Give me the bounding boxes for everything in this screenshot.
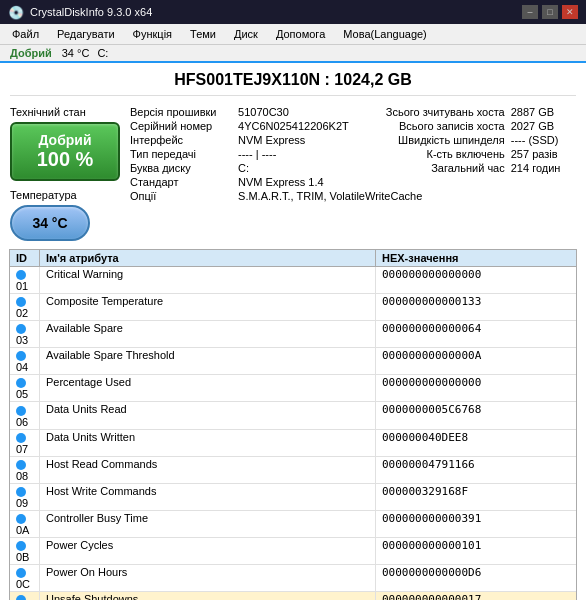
- table-header: ID Ім'я атрибута HEX-значення: [10, 250, 576, 267]
- row-id: 0A: [10, 511, 40, 537]
- row-hex-value: 000000000000000: [376, 267, 576, 293]
- row-id: 09: [10, 484, 40, 510]
- total-time-value: 214 годин: [511, 162, 576, 174]
- status-health: Добрий: [10, 47, 52, 59]
- row-id: 01: [10, 267, 40, 293]
- row-indicator-icon: [16, 595, 26, 600]
- power-count-value: 257 разів: [511, 148, 576, 160]
- status-temp: 34 °C: [62, 47, 90, 59]
- menu-disk[interactable]: Диск: [226, 26, 266, 42]
- table-row: 0CPower On Hours0000000000000D6: [10, 565, 576, 592]
- table-row: 03Available Spare000000000000064: [10, 321, 576, 348]
- menu-themes[interactable]: Теми: [182, 26, 224, 42]
- standard-value: NVM Express 1.4: [238, 176, 576, 188]
- minimize-button[interactable]: –: [522, 5, 538, 19]
- row-hex-value: 000000000000101: [376, 538, 576, 564]
- drive-label: Буква диску: [130, 162, 232, 174]
- row-id: 03: [10, 321, 40, 347]
- menu-function[interactable]: Функція: [125, 26, 180, 42]
- table-body: 01Critical Warning00000000000000002Compo…: [10, 267, 576, 600]
- row-attribute-name: Data Units Read: [40, 402, 376, 428]
- maximize-button[interactable]: □: [542, 5, 558, 19]
- table-row: 01Critical Warning000000000000000: [10, 267, 576, 294]
- row-id: 0D: [10, 592, 40, 600]
- row-attribute-name: Power Cycles: [40, 538, 376, 564]
- total-reads-label: Зсього зчитувань хоста: [370, 106, 504, 118]
- table-row: 06Data Units Read0000000005C6768: [10, 402, 576, 429]
- table-row: 0BPower Cycles000000000000101: [10, 538, 576, 565]
- row-attribute-name: Percentage Used: [40, 375, 376, 401]
- drive-value: C:: [238, 162, 364, 174]
- row-hex-value: 00000000000000A: [376, 348, 576, 374]
- power-count-label: К-сть включень: [370, 148, 504, 160]
- firmware-value: 51070C30: [238, 106, 364, 118]
- app-icon: 💿: [8, 5, 24, 20]
- menu-file[interactable]: Файл: [4, 26, 47, 42]
- firmware-label: Версія прошивки: [130, 106, 232, 118]
- menu-edit[interactable]: Редагувати: [49, 26, 123, 42]
- serial-value: 4YC6N025412206K2T: [238, 120, 364, 132]
- menu-help[interactable]: Допомога: [268, 26, 333, 42]
- row-indicator-icon: [16, 433, 26, 443]
- row-indicator-icon: [16, 270, 26, 280]
- table-row: 09Host Write Commands000000329168F: [10, 484, 576, 511]
- row-attribute-name: Host Read Commands: [40, 457, 376, 483]
- table-row: 0DUnsafe Shutdowns000000000000017: [10, 592, 576, 600]
- row-indicator-icon: [16, 460, 26, 470]
- disk-title: HFS001TEJ9X110N : 1024,2 GB: [10, 71, 576, 96]
- col-id: ID: [10, 250, 40, 266]
- row-indicator-icon: [16, 324, 26, 334]
- row-id: 0C: [10, 565, 40, 591]
- row-attribute-name: Power On Hours: [40, 565, 376, 591]
- row-attribute-name: Data Units Written: [40, 430, 376, 456]
- row-indicator-icon: [16, 351, 26, 361]
- row-hex-value: 000000000000133: [376, 294, 576, 320]
- table-row: 08Host Read Commands00000004791166: [10, 457, 576, 484]
- details-grid: Версія прошивки 51070C30 Зсього зчитуван…: [130, 106, 576, 241]
- table-row: 07Data Units Written000000040DEE8: [10, 430, 576, 457]
- table-row: 0AController Busy Time000000000000391: [10, 511, 576, 538]
- health-pct: 100 %: [16, 148, 114, 171]
- health-badge: Добрий 100 %: [10, 122, 120, 181]
- options-label: Опції: [130, 190, 232, 202]
- row-attribute-name: Available Spare: [40, 321, 376, 347]
- row-indicator-icon: [16, 514, 26, 524]
- row-attribute-name: Controller Busy Time: [40, 511, 376, 537]
- info-section: Технічний стан Добрий 100 % Температура …: [10, 106, 576, 241]
- row-attribute-name: Host Write Commands: [40, 484, 376, 510]
- row-indicator-icon: [16, 378, 26, 388]
- row-attribute-name: Available Spare Threshold: [40, 348, 376, 374]
- row-attribute-name: Composite Temperature: [40, 294, 376, 320]
- total-reads-value: 2887 GB: [511, 106, 576, 118]
- transfer-label: Тип передачі: [130, 148, 232, 160]
- row-id: 05: [10, 375, 40, 401]
- title-bar-left: 💿 CrystalDiskInfo 9.3.0 x64: [8, 5, 152, 20]
- row-id: 02: [10, 294, 40, 320]
- row-hex-value: 000000000000064: [376, 321, 576, 347]
- close-button[interactable]: ✕: [562, 5, 578, 19]
- row-hex-value: 0000000000000D6: [376, 565, 576, 591]
- row-id: 08: [10, 457, 40, 483]
- row-indicator-icon: [16, 487, 26, 497]
- row-hex-value: 0000000005C6768: [376, 402, 576, 428]
- row-hex-value: 00000004791166: [376, 457, 576, 483]
- options-value: S.M.A.R.T., TRIM, VolatileWriteCache: [238, 190, 576, 202]
- total-writes-label: Всього записів хоста: [370, 120, 504, 132]
- row-hex-value: 000000000000000: [376, 375, 576, 401]
- standard-label: Стандарт: [130, 176, 232, 188]
- total-time-label: Загальний час: [370, 162, 504, 174]
- table-row: 04Available Spare Threshold0000000000000…: [10, 348, 576, 375]
- serial-label: Серійний номер: [130, 120, 232, 132]
- menu-language[interactable]: Мова(Language): [335, 26, 435, 42]
- row-hex-value: 000000000000391: [376, 511, 576, 537]
- spindle-label: Швидкість шпинделя: [370, 134, 504, 146]
- temp-section-label: Температура: [10, 189, 120, 201]
- tech-state-label: Технічний стан: [10, 106, 120, 118]
- col-name: Ім'я атрибута: [40, 250, 376, 266]
- transfer-value: ---- | ----: [238, 148, 364, 160]
- title-bar: 💿 CrystalDiskInfo 9.3.0 x64 – □ ✕: [0, 0, 586, 24]
- table-row: 05Percentage Used000000000000000: [10, 375, 576, 402]
- status-bar: Добрий 34 °C C:: [0, 45, 586, 63]
- row-hex-value: 000000000000017: [376, 592, 576, 600]
- menu-bar: Файл Редагувати Функція Теми Диск Допомо…: [0, 24, 586, 45]
